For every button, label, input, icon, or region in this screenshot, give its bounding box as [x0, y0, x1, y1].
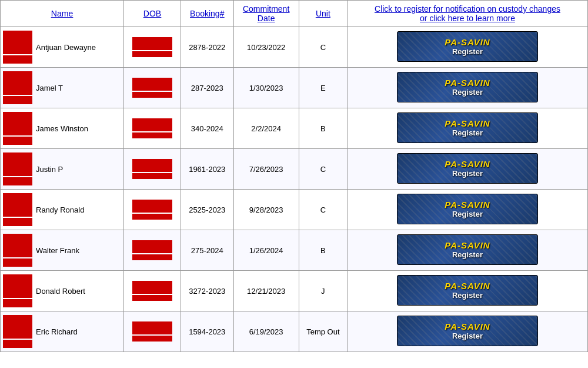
savin-title: PA-SAVIN	[445, 78, 490, 88]
header-unit[interactable]: Unit	[299, 1, 347, 27]
savin-cell[interactable]: PA-SAVIN Register	[347, 68, 587, 108]
name-with-photo: Eric Richard	[3, 315, 121, 348]
name-with-photo: Walter Frank	[3, 234, 121, 267]
savin-register-button[interactable]: PA-SAVIN Register	[397, 112, 538, 143]
booking-cell: 340-2024	[181, 108, 233, 149]
photo-image-top	[3, 71, 32, 95]
savin-register-text: Register	[452, 250, 483, 259]
table-row: Randy Ronald 2525-20239/28/2023C PA-SAVI…	[1, 190, 588, 230]
name-with-photo: Donald Robert	[3, 274, 121, 307]
dob-cell	[124, 27, 181, 68]
commitment-date-cell: 2/2/2024	[233, 108, 299, 149]
dob-cell	[124, 108, 181, 149]
inmate-name: Eric Richard	[36, 327, 78, 336]
dob-container	[126, 200, 178, 220]
dob-image-top	[132, 159, 172, 172]
savin-register-text: Register	[452, 331, 483, 340]
savin-pa-text: PA-SAVIN	[445, 118, 490, 128]
dob-image-bottom	[132, 214, 172, 220]
photo-block	[3, 152, 32, 185]
dob-cell	[124, 68, 181, 108]
dob-image-bottom	[132, 173, 172, 179]
savin-pa-text: PA-SAVIN	[445, 200, 490, 210]
savin-btn-inner: PA-SAVIN Register	[397, 113, 537, 142]
savin-register-text: Register	[452, 128, 483, 137]
commitment-date-cell: 6/19/2023	[233, 311, 299, 352]
savin-btn-inner: PA-SAVIN Register	[397, 32, 537, 61]
inmate-name: Donald Robert	[36, 287, 85, 296]
dob-cell	[124, 190, 181, 230]
savin-cell[interactable]: PA-SAVIN Register	[347, 271, 587, 311]
savin-cell[interactable]: PA-SAVIN Register	[347, 108, 587, 149]
inmate-name: Antjuan Dewayne	[36, 43, 96, 52]
savin-register-button[interactable]: PA-SAVIN Register	[397, 234, 538, 265]
savin-pa-text: PA-SAVIN	[445, 37, 490, 47]
photo-image-bottom	[3, 218, 32, 226]
savin-btn-inner: PA-SAVIN Register	[397, 276, 537, 305]
dob-container	[126, 281, 178, 301]
savin-register-text: Register	[452, 291, 483, 300]
photo-image-bottom	[3, 177, 32, 185]
savin-title: PA-SAVIN	[445, 118, 490, 128]
commitment-date-cell: 1/26/2024	[233, 230, 299, 271]
dob-cell	[124, 271, 181, 311]
name-cell: Walter Frank	[1, 230, 124, 271]
unit-cell: C	[299, 27, 347, 68]
inmate-name: Walter Frank	[36, 246, 79, 255]
header-dob[interactable]: DOB	[124, 1, 181, 27]
photo-image-bottom	[3, 55, 32, 64]
savin-cell[interactable]: PA-SAVIN Register	[347, 149, 587, 190]
photo-block	[3, 234, 32, 267]
savin-cell[interactable]: PA-SAVIN Register	[347, 190, 587, 230]
name-cell: Donald Robert	[1, 271, 124, 311]
savin-pa-text: PA-SAVIN	[445, 321, 490, 331]
header-commitment-date[interactable]: CommitmentDate	[233, 1, 299, 27]
savin-register-text: Register	[452, 88, 483, 97]
booking-cell: 3272-2023	[181, 271, 233, 311]
savin-register-text: Register	[452, 169, 483, 178]
notification-here-link[interactable]: here	[448, 14, 465, 23]
header-booking[interactable]: Booking#	[181, 1, 233, 27]
savin-pa-text: PA-SAVIN	[445, 159, 490, 169]
photo-image-bottom	[3, 299, 32, 307]
savin-btn-inner: PA-SAVIN Register	[397, 72, 537, 102]
name-cell: Randy Ronald	[1, 190, 124, 230]
commitment-date-cell: 12/21/2023	[233, 271, 299, 311]
unit-cell: Temp Out	[299, 311, 347, 352]
dob-image-top	[132, 321, 172, 334]
booking-cell: 1961-2023	[181, 149, 233, 190]
dob-image-top	[132, 240, 172, 253]
table-header-row: Name DOB Booking# CommitmentDate Unit Cl…	[1, 1, 588, 27]
inmate-name: Jamel T	[36, 84, 63, 92]
savin-register-button[interactable]: PA-SAVIN Register	[397, 72, 538, 102]
name-with-photo: Antjuan Dewayne	[3, 31, 121, 64]
booking-cell: 1594-2023	[181, 311, 233, 352]
photo-image-top	[3, 315, 32, 339]
photo-block	[3, 71, 32, 104]
savin-btn-inner: PA-SAVIN Register	[397, 235, 537, 264]
dob-image-top	[132, 118, 172, 131]
dob-image-top	[132, 200, 172, 213]
dob-image-top	[132, 281, 172, 294]
savin-register-button[interactable]: PA-SAVIN Register	[397, 153, 538, 184]
savin-register-button[interactable]: PA-SAVIN Register	[397, 316, 538, 346]
dob-image-bottom	[132, 254, 172, 260]
table-row: Walter Frank 275-20241/26/2024B PA-SAVIN…	[1, 230, 588, 271]
savin-register-button[interactable]: PA-SAVIN Register	[397, 31, 538, 62]
savin-title: PA-SAVIN	[445, 37, 490, 47]
dob-image-bottom	[132, 336, 172, 342]
photo-image-top	[3, 193, 32, 217]
savin-register-button[interactable]: PA-SAVIN Register	[397, 275, 538, 306]
commitment-date-cell: 9/28/2023	[233, 190, 299, 230]
dob-container	[126, 78, 178, 98]
savin-cell[interactable]: PA-SAVIN Register	[347, 311, 587, 352]
savin-title: PA-SAVIN	[445, 200, 490, 210]
savin-pa-text: PA-SAVIN	[445, 281, 490, 291]
savin-btn-inner: PA-SAVIN Register	[397, 194, 537, 224]
unit-cell: E	[299, 68, 347, 108]
savin-register-button[interactable]: PA-SAVIN Register	[397, 194, 538, 224]
savin-cell[interactable]: PA-SAVIN Register	[347, 230, 587, 271]
booking-cell: 275-2024	[181, 230, 233, 271]
header-name[interactable]: Name	[1, 1, 124, 27]
savin-cell[interactable]: PA-SAVIN Register	[347, 27, 587, 68]
